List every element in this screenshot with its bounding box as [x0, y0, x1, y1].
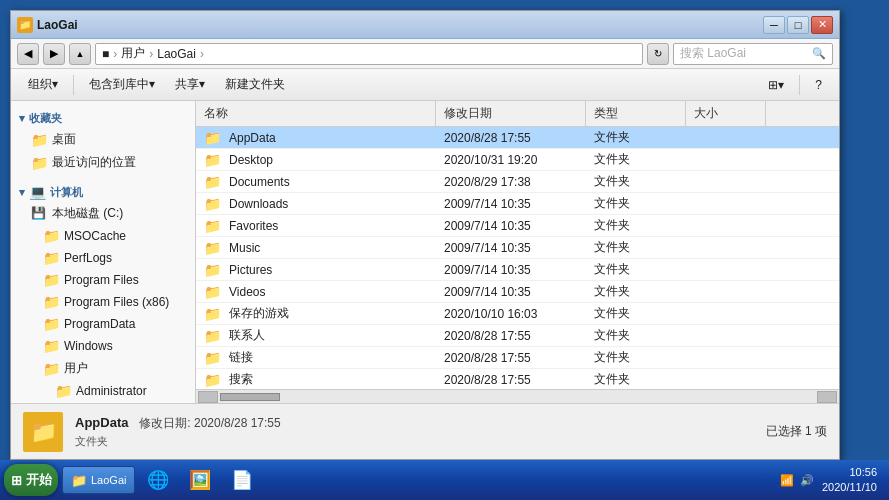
file-size-cell — [686, 259, 766, 280]
views-button[interactable]: ⊞▾ — [759, 73, 793, 97]
computer-section: ▾ 💻 计算机 — [11, 180, 195, 202]
taskbar-icon-3[interactable]: 📄 — [223, 466, 261, 494]
taskbar-icon-2[interactable]: 🖼️ — [181, 466, 219, 494]
table-row[interactable]: 📁 Favorites 2009/7/14 10:35 文件夹 — [196, 215, 839, 237]
addressbar: ◀ ▶ ▲ ■ › 用户 › LaoGai › ↻ 搜索 LaoGai 🔍 — [11, 39, 839, 69]
path-root: ■ — [102, 47, 109, 61]
help-button[interactable]: ? — [806, 73, 831, 97]
file-name-text: Favorites — [229, 219, 278, 233]
titlebar: 📁 LaoGai ─ □ ✕ — [11, 11, 839, 39]
table-row[interactable]: 📁 AppData 2020/8/28 17:55 文件夹 — [196, 127, 839, 149]
path-part-2: LaoGai — [157, 47, 196, 61]
file-folder-icon: 📁 — [204, 284, 221, 300]
include-library-button[interactable]: 包含到库中▾ — [80, 73, 164, 97]
search-icon: 🔍 — [812, 47, 826, 60]
file-name-text: AppData — [229, 131, 276, 145]
file-folder-icon: 📁 — [204, 218, 221, 234]
file-date-cell: 2020/10/31 19:20 — [436, 149, 586, 170]
col-header-size[interactable]: 大小 — [686, 101, 766, 126]
file-name-cell: 📁 Videos — [196, 281, 436, 302]
scroll-right-btn[interactable] — [817, 391, 837, 403]
recent-folder-icon: 📁 — [31, 155, 47, 171]
table-row[interactable]: 📁 Pictures 2009/7/14 10:35 文件夹 — [196, 259, 839, 281]
programdata-icon: 📁 — [43, 316, 59, 332]
table-row[interactable]: 📁 联系人 2020/8/28 17:55 文件夹 — [196, 325, 839, 347]
sidebar-item-program-files[interactable]: 📁 Program Files — [11, 269, 195, 291]
up-button[interactable]: ▲ — [69, 43, 91, 65]
close-button[interactable]: ✕ — [811, 16, 833, 34]
admin-icon: 📁 — [55, 383, 71, 399]
table-row[interactable]: 📁 Downloads 2009/7/14 10:35 文件夹 — [196, 193, 839, 215]
file-folder-icon: 📁 — [204, 262, 221, 278]
sidebar-item-desktop[interactable]: 📁 桌面 — [11, 128, 195, 151]
program-files-x86-icon: 📁 — [43, 294, 59, 310]
clock: 10:56 2020/11/10 — [822, 465, 877, 496]
sidebar-item-windows[interactable]: 📁 Windows — [11, 335, 195, 357]
col-header-date[interactable]: 修改日期 — [436, 101, 586, 126]
sidebar-item-program-files-x86[interactable]: 📁 Program Files (x86) — [11, 291, 195, 313]
search-field[interactable]: 搜索 LaoGai 🔍 — [673, 43, 833, 65]
sidebar-item-administrator[interactable]: 📁 Administrator — [11, 380, 195, 402]
file-name-cell: 📁 Documents — [196, 171, 436, 192]
sidebar-item-programdata[interactable]: 📁 ProgramData — [11, 313, 195, 335]
favorites-section: ▾ 收藏夹 — [11, 107, 195, 128]
start-button[interactable]: ⊞ 开始 — [4, 464, 58, 496]
file-name-cell: 📁 AppData — [196, 127, 436, 148]
share-button[interactable]: 共享▾ — [166, 73, 214, 97]
file-folder-icon: 📁 — [204, 240, 221, 256]
window-controls: ─ □ ✕ — [763, 16, 833, 34]
file-date-cell: 2020/8/28 17:55 — [436, 369, 586, 389]
file-type-cell: 文件夹 — [586, 237, 686, 258]
taskbar-explorer-item[interactable]: 📁 LaoGai — [62, 466, 135, 494]
new-folder-button[interactable]: 新建文件夹 — [216, 73, 294, 97]
file-name-cell: 📁 Desktop — [196, 149, 436, 170]
file-name-cell: 📁 Favorites — [196, 215, 436, 236]
system-tray: 📶 🔊 — [780, 474, 814, 487]
col-header-name[interactable]: 名称 — [196, 101, 436, 126]
status-name-text: AppData — [75, 415, 128, 430]
file-name-cell: 📁 Pictures — [196, 259, 436, 280]
organize-button[interactable]: 组织▾ — [19, 73, 67, 97]
window-title: LaoGai — [37, 18, 763, 32]
address-field[interactable]: ■ › 用户 › LaoGai › — [95, 43, 643, 65]
table-row[interactable]: 📁 保存的游戏 2020/10/10 16:03 文件夹 — [196, 303, 839, 325]
file-type-cell: 文件夹 — [586, 325, 686, 346]
sidebar-msocache-label: MSOCache — [64, 229, 126, 243]
sidebar-program-files-label: Program Files — [64, 273, 139, 287]
minimize-button[interactable]: ─ — [763, 16, 785, 34]
sidebar-item-users[interactable]: 📁 用户 — [11, 357, 195, 380]
back-button[interactable]: ◀ — [17, 43, 39, 65]
document-icon: 📄 — [231, 469, 253, 491]
favorites-section-label: 收藏夹 — [29, 111, 62, 126]
table-row[interactable]: 📁 Music 2009/7/14 10:35 文件夹 — [196, 237, 839, 259]
sidebar-item-perflogs[interactable]: 📁 PerfLogs — [11, 247, 195, 269]
address-refresh-button[interactable]: ↻ — [647, 43, 669, 65]
table-row[interactable]: 📁 链接 2020/8/28 17:55 文件夹 — [196, 347, 839, 369]
file-name-text: Pictures — [229, 263, 272, 277]
sidebar-perflogs-label: PerfLogs — [64, 251, 112, 265]
table-row[interactable]: 📁 Desktop 2020/10/31 19:20 文件夹 — [196, 149, 839, 171]
scroll-left-btn[interactable] — [198, 391, 218, 403]
taskbar-icon-1[interactable]: 🌐 — [139, 466, 177, 494]
table-row[interactable]: 📁 搜索 2020/8/28 17:55 文件夹 — [196, 369, 839, 389]
scroll-thumb[interactable] — [220, 393, 280, 401]
taskbar-folder-icon: 📁 — [71, 472, 87, 488]
file-name-cell: 📁 联系人 — [196, 325, 436, 346]
file-size-cell — [686, 215, 766, 236]
forward-button[interactable]: ▶ — [43, 43, 65, 65]
status-item-name: AppData 修改日期: 2020/8/28 17:55 — [75, 415, 281, 432]
col-header-type[interactable]: 类型 — [586, 101, 686, 126]
file-type-cell: 文件夹 — [586, 127, 686, 148]
file-size-cell — [686, 369, 766, 389]
table-row[interactable]: 📁 Videos 2009/7/14 10:35 文件夹 — [196, 281, 839, 303]
path-part-1: 用户 — [121, 45, 145, 62]
sidebar-item-msocache[interactable]: 📁 MSOCache — [11, 225, 195, 247]
file-date-cell: 2020/8/29 17:38 — [436, 171, 586, 192]
sidebar-item-local-c[interactable]: 💾 本地磁盘 (C:) — [11, 202, 195, 225]
table-row[interactable]: 📁 Documents 2020/8/29 17:38 文件夹 — [196, 171, 839, 193]
sidebar-item-recent[interactable]: 📁 最近访问的位置 — [11, 151, 195, 174]
file-size-cell — [686, 347, 766, 368]
horizontal-scrollbar[interactable] — [196, 389, 839, 403]
file-folder-icon: 📁 — [204, 196, 221, 212]
maximize-button[interactable]: □ — [787, 16, 809, 34]
